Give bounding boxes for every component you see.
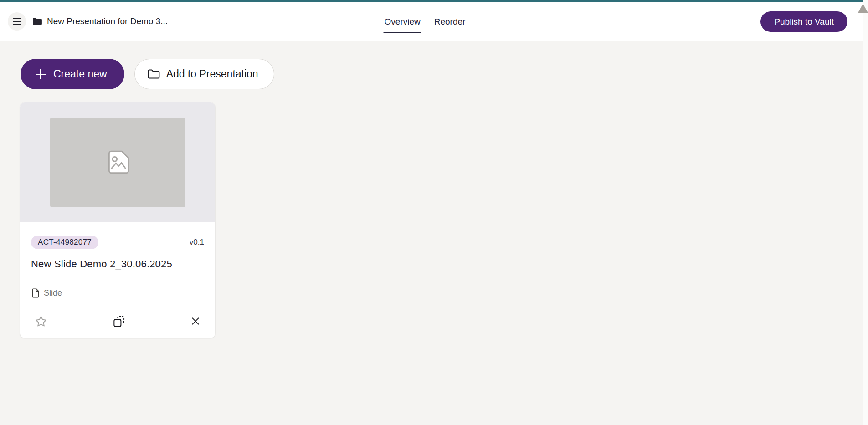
slide-type-label: Slide <box>44 288 62 298</box>
view-tabs: Overview Reorder <box>384 2 467 41</box>
close-icon <box>190 316 200 326</box>
image-placeholder-icon <box>103 148 132 176</box>
top-bar: New Presentation for Demo 3... Overview … <box>0 2 863 41</box>
remove-button[interactable] <box>190 315 201 327</box>
breadcrumb-label: New Presentation for Demo 3... <box>47 16 168 26</box>
slide-card-info: ACT-44982077 v0.1 New Slide Demo 2_30.06… <box>20 222 215 304</box>
add-to-presentation-label: Add to Presentation <box>166 68 258 80</box>
slide-card-footer <box>20 304 215 338</box>
scroll-cue-icon <box>857 4 868 14</box>
file-icon <box>31 288 40 298</box>
top-accent-bar <box>0 0 863 2</box>
favorite-button[interactable] <box>34 314 48 328</box>
duplicate-button[interactable] <box>112 314 127 329</box>
action-toolbar: Create new Add to Presentation <box>21 59 863 89</box>
slide-thumbnail[interactable] <box>20 102 215 222</box>
add-to-presentation-button[interactable]: Add to Presentation <box>134 59 274 89</box>
content-area: Create new Add to Presentation ACT-44982… <box>0 41 863 425</box>
tab-reorder[interactable]: Reorder <box>433 13 467 30</box>
hamburger-icon <box>13 18 21 19</box>
slide-id-badge: ACT-44982077 <box>31 236 98 249</box>
plus-icon <box>34 68 47 81</box>
create-new-label: Create new <box>53 68 107 80</box>
slide-type-row: Slide <box>31 288 204 298</box>
create-new-button[interactable]: Create new <box>21 59 124 89</box>
version-label: v0.1 <box>190 238 204 247</box>
tab-overview[interactable]: Overview <box>384 13 421 30</box>
slide-card[interactable]: ACT-44982077 v0.1 New Slide Demo 2_30.06… <box>20 102 215 338</box>
hamburger-menu-button[interactable] <box>8 12 26 31</box>
slide-title[interactable]: New Slide Demo 2_30.06.2025 <box>31 258 204 270</box>
star-icon <box>35 315 47 328</box>
scrollbar-track[interactable] <box>863 0 868 425</box>
folder-outline-icon <box>148 69 160 79</box>
duplicate-icon <box>113 315 126 328</box>
thumbnail-placeholder-area <box>50 118 185 207</box>
publish-to-vault-button[interactable]: Publish to Vault <box>760 11 847 32</box>
breadcrumb[interactable]: New Presentation for Demo 3... <box>32 16 168 26</box>
folder-icon <box>32 17 42 26</box>
